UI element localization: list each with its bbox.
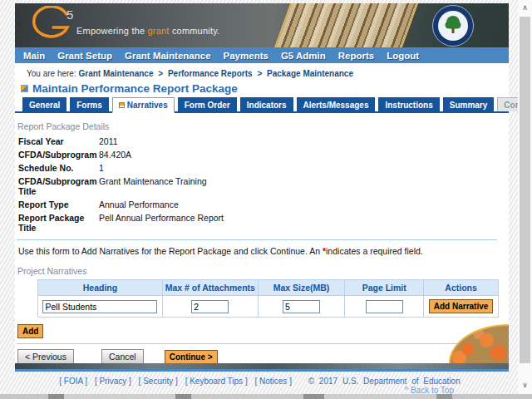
- page-limit-cell: [345, 296, 424, 318]
- footer-link-notices[interactable]: [ Notices ]: [254, 377, 291, 386]
- max-attachments-input[interactable]: [191, 300, 229, 313]
- tab-general[interactable]: General: [22, 97, 66, 111]
- tab-narratives[interactable]: Narratives: [112, 97, 175, 113]
- nav-item-main[interactable]: Main: [23, 51, 45, 61]
- scrollbar-thumb[interactable]: [520, 17, 530, 363]
- tagline-post: community.: [170, 26, 220, 36]
- actions-cell: Add Narrative: [424, 296, 499, 318]
- max-size-cell: [258, 296, 345, 318]
- column-max-attachments: Max # of Attachments: [162, 280, 258, 296]
- field-cfda-subprogram: CFDA/Subprogram 84.420A: [15, 148, 509, 161]
- breadcrumb-separator: >: [158, 69, 163, 78]
- breadcrumb: You are here: Grant Maintenance > Perfor…: [15, 63, 509, 78]
- nav-item-grant-setup[interactable]: Grant Setup: [57, 51, 112, 61]
- page-title-icon: [21, 85, 28, 92]
- classroom-photo: [449, 324, 509, 363]
- bottom-band-photo-strip: [15, 363, 509, 369]
- field-cfda-subprogram-title: CFDA/Subprogram Title Grant Maintenance …: [15, 175, 509, 198]
- max-attachments-cell: [162, 296, 258, 318]
- cfda-subprogram-title-label: CFDA/Subprogram Title: [18, 176, 99, 196]
- cancel-button[interactable]: Cancel: [101, 349, 144, 364]
- tab-forms[interactable]: Forms: [70, 97, 109, 111]
- project-narratives-table: Heading Max # of Attachments Max Size(MB…: [37, 279, 499, 318]
- schedule-no-label: Schedule No.: [18, 163, 99, 173]
- g5-logo-icon: [27, 6, 71, 46]
- education-seal-center: [438, 11, 468, 41]
- tree-icon: [443, 15, 463, 37]
- previous-button[interactable]: < Previous: [17, 349, 74, 364]
- tab-bar: General Forms Narratives Form Order Indi…: [15, 97, 509, 113]
- breadcrumb-grant-maintenance[interactable]: Grant Maintenance: [78, 69, 153, 78]
- field-report-package-title: Report Package Title Pell Annual Perform…: [15, 211, 509, 234]
- add-narrative-button[interactable]: Add Narrative: [429, 299, 494, 313]
- nav-item-g5-admin[interactable]: G5 Admin: [281, 51, 326, 61]
- main-nav: Main Grant Setup Grant Maintenance Payme…: [15, 47, 509, 63]
- tagline-grant: grant: [148, 26, 170, 36]
- heading-input[interactable]: [42, 300, 157, 313]
- tagline: Empowering the grant community.: [76, 26, 219, 36]
- report-type-value: Annual Performance: [99, 200, 179, 209]
- continue-button[interactable]: Continue >: [165, 350, 218, 364]
- project-narratives-label: Project Narratives: [15, 256, 509, 279]
- tagline-pre: Empowering the: [76, 26, 148, 36]
- page-title: Maintain Performance Report Package: [32, 82, 238, 95]
- tab-narratives-label: Narratives: [127, 101, 168, 110]
- column-heading: Heading: [38, 280, 163, 296]
- nav-item-payments[interactable]: Payments: [224, 51, 268, 61]
- schedule-no-value: 1: [99, 163, 104, 173]
- action-button-row: < Previous Cancel Continue >: [15, 344, 509, 364]
- heading-cell: [38, 296, 163, 318]
- column-max-size: Max Size(MB): [258, 280, 345, 296]
- footer-link-privacy[interactable]: [ Privacy ]: [95, 377, 131, 386]
- page-limit-input[interactable]: [366, 300, 403, 313]
- bottom-band-blue-line: [15, 369, 509, 372]
- page: 5 Empowering the grant community. Main G…: [15, 3, 509, 372]
- instruction-post: indicates a required field.: [326, 246, 423, 256]
- tab-summary[interactable]: Summary: [443, 97, 495, 111]
- column-page-limit: Page Limit: [345, 280, 424, 296]
- max-size-input[interactable]: [283, 300, 320, 313]
- fiscal-year-value: 2011: [99, 136, 118, 146]
- tab-alerts-messages[interactable]: Alerts/Messages: [297, 97, 376, 111]
- report-package-details-label: Report Package Details: [15, 113, 509, 135]
- breadcrumb-package-maintenance[interactable]: Package Maintenance: [267, 69, 353, 78]
- field-schedule-no: Schedule No. 1: [15, 161, 509, 175]
- g5-logo-number: 5: [66, 7, 73, 22]
- cfda-subprogram-value: 84.420A: [99, 150, 131, 160]
- library-photo: [272, 3, 420, 47]
- report-package-title-label: Report Package Title: [18, 213, 99, 233]
- banner: 5 Empowering the grant community.: [15, 3, 509, 47]
- field-report-type: Report Type Annual Performance: [15, 198, 509, 211]
- tab-indicators[interactable]: Indicators: [240, 97, 293, 111]
- copyright-text: © 2017 U.S. Department of Education: [308, 377, 461, 386]
- scroll-up-icon[interactable]: ∧: [518, 2, 532, 14]
- footer-link-security[interactable]: [ Security ]: [139, 377, 178, 386]
- title-row: Maintain Performance Report Package: [15, 78, 509, 97]
- tab-form-order[interactable]: Form Order: [178, 97, 237, 111]
- nav-item-grant-maintenance[interactable]: Grant Maintenance: [125, 51, 211, 61]
- field-fiscal-year: Fiscal Year 2011: [15, 135, 509, 148]
- education-seal: [432, 5, 474, 47]
- breadcrumb-performance-reports[interactable]: Performance Reports: [168, 69, 253, 78]
- bottom-band: [15, 363, 509, 372]
- nav-item-reports[interactable]: Reports: [338, 51, 374, 61]
- tab-instructions[interactable]: Instructions: [378, 97, 439, 111]
- cfda-subprogram-label: CFDA/Subprogram: [18, 150, 99, 160]
- report-type-label: Report Type: [18, 200, 99, 209]
- breadcrumb-prefix: You are here:: [27, 69, 76, 78]
- nav-item-logout[interactable]: Logout: [387, 51, 419, 61]
- fiscal-year-label: Fiscal Year: [18, 136, 99, 146]
- scroll-down-icon[interactable]: ∨: [518, 380, 532, 392]
- instruction-pre: Use this form to Add Narratives for the …: [18, 246, 323, 256]
- table-row: Add Narrative: [38, 296, 499, 318]
- breadcrumb-separator: >: [257, 69, 262, 78]
- bottom-edge-bar: [0, 394, 532, 399]
- table-header-row: Heading Max # of Attachments Max Size(MB…: [38, 280, 499, 296]
- footer-link-foia[interactable]: [ FOIA ]: [59, 377, 87, 386]
- footer-link-keyboard-tips[interactable]: [ Keyboard Tips ]: [185, 377, 248, 386]
- add-button[interactable]: Add: [17, 324, 43, 338]
- vertical-scrollbar[interactable]: ∧ ∨: [518, 0, 532, 394]
- report-package-title-value: Pell Annual Performance Report: [99, 213, 224, 233]
- cfda-subprogram-title-value: Grant Maintenance Training: [99, 176, 207, 196]
- column-actions: Actions: [424, 280, 499, 296]
